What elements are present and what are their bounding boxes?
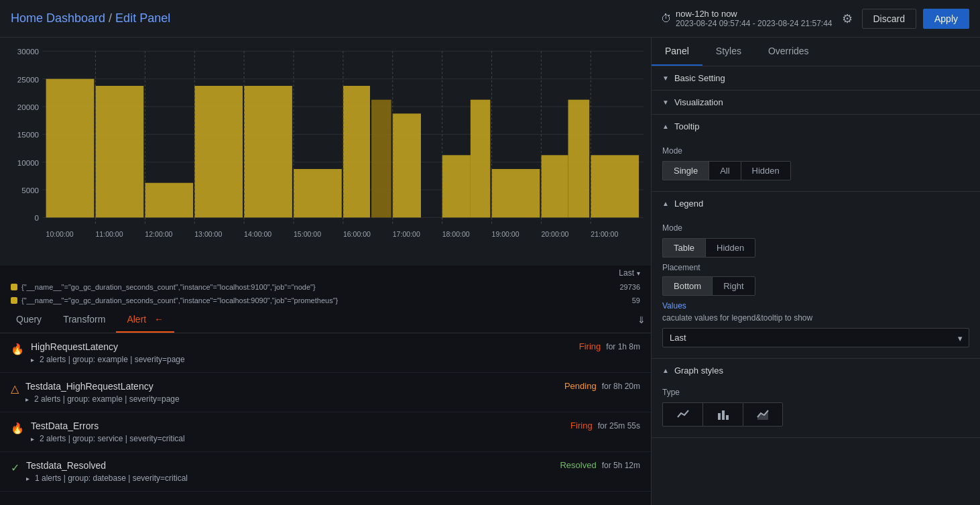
graph-type-line[interactable] [662,402,702,427]
svg-rect-15 [95,86,143,217]
alert-name-2: Testdata_HighRequestLatency [25,381,564,392]
tab-query[interactable]: Query [5,307,52,333]
svg-rect-52 [718,413,721,420]
tab-alert[interactable]: Alert ← [116,307,174,333]
clock-icon: ⏱ [661,13,672,25]
series-label-2: {"__name__"="go_gc_duration_seconds_coun… [21,296,338,304]
graph-type-group [662,402,969,427]
legend-placement-right[interactable]: Right [712,276,755,296]
svg-rect-54 [726,415,729,420]
status-badge-1: Firing [579,341,601,351]
legend-header-btn[interactable]: ▲ Legend [652,192,980,215]
svg-text:0: 0 [35,215,39,223]
firing-icon-3: 🔥 [11,422,24,435]
tooltip-mode-single[interactable]: Single [662,161,709,180]
graph-styles-content: Type [652,382,980,437]
svg-text:25000: 25000 [17,76,39,84]
svg-text:10:00:00: 10:00:00 [46,231,74,238]
bottom-tabs-bar: Query Transform Alert ← ⇓ [0,307,651,333]
legend-values-select[interactable]: Last Min Max Mean Sum [662,328,969,347]
legend-header: Last ▾ [0,266,651,280]
alert-details-1: ▸ 2 alerts | group: example | severity=p… [31,355,579,364]
legend-values-desc: caculate values for legend&tooltip to sh… [662,313,969,323]
svg-rect-19 [294,169,342,217]
time-range-section: ⏱ now-12h to now 2023-08-24 09:57:44 - 2… [661,9,969,29]
svg-rect-18 [244,86,292,217]
pending-icon-2: △ [11,382,19,395]
svg-rect-16 [145,183,193,218]
alert-name-3: TestData_Errors [31,420,570,431]
tooltip-mode-label: Mode [662,146,969,156]
apply-button[interactable]: Apply [923,9,969,29]
page-title: Home Dashboard / Edit Panel [11,11,170,25]
sort-icon[interactable]: ⇓ [637,315,646,325]
status-badge-4: Resolved [560,460,596,470]
svg-text:21:00:00: 21:00:00 [591,231,618,238]
series-left-1: {"__name__"="go_gc_duration_seconds_coun… [11,283,316,291]
svg-rect-21 [371,100,391,218]
alert-details-3: ▸ 2 alerts | group: service | severity=c… [31,434,570,443]
status-badge-2: Pending [564,381,597,391]
tab-panel[interactable]: Panel [652,38,702,66]
svg-text:20:00:00: 20:00:00 [541,231,568,238]
discard-button[interactable]: Discard [862,9,916,29]
tab-overrides[interactable]: Overrides [755,38,822,66]
arrow-icon: ← [154,314,164,325]
svg-rect-24 [471,100,491,218]
basic-setting-title: Basic Setting [674,73,725,83]
chevron-up-icon-legend: ▲ [662,200,669,207]
visualization-header[interactable]: ▼ Visualization [652,91,980,114]
breadcrumb: Home Dashboard / Edit Panel [11,11,170,25]
legend-section: ▲ Legend Mode Table Hidden Placement Bot… [652,192,980,359]
settings-button[interactable]: ⚙ [839,9,855,29]
svg-text:17:00:00: 17:00:00 [393,231,420,238]
legend-placement-group: Bottom Right [662,276,969,296]
tab-styles[interactable]: Styles [702,38,755,66]
series-row-2: {"__name__"="go_gc_duration_seconds_coun… [0,294,651,307]
svg-rect-14 [46,79,95,218]
area-chart-icon [756,408,770,421]
alert-name-1: HighRequestLatency [31,341,579,352]
tab-transform[interactable]: Transform [52,307,116,333]
svg-rect-20 [343,86,370,217]
graph-type-bar[interactable] [702,402,743,427]
edit-panel-title: Edit Panel [115,11,170,25]
svg-text:11:00:00: 11:00:00 [95,231,123,238]
tooltip-mode-hidden[interactable]: Hidden [741,161,791,180]
expand-icon-3[interactable]: ▸ [31,435,34,443]
svg-rect-28 [591,155,639,217]
graph-type-label: Type [662,388,969,397]
expand-icon-2[interactable]: ▸ [25,396,29,403]
alert-item-3: 🔥 TestData_Errors ▸ 2 alerts | group: se… [0,412,651,452]
home-dashboard-title: Home Dashboard [11,11,105,25]
svg-text:16:00:00: 16:00:00 [343,231,371,238]
legend-placement-bottom[interactable]: Bottom [662,276,712,296]
main-layout: 30000 25000 20000 15000 10000 5000 0 [0,38,980,505]
bar-chart-icon [717,408,730,421]
chevron-down-icon: ▾ [637,270,640,277]
legend-mode-hidden[interactable]: Hidden [705,238,755,258]
tooltip-mode-all[interactable]: All [709,161,740,180]
expand-icon-1[interactable]: ▸ [31,356,34,363]
tooltip-header[interactable]: ▲ Tooltip [652,115,980,138]
svg-text:10000: 10000 [17,159,39,167]
chart-area: 30000 25000 20000 15000 10000 5000 0 [0,38,651,266]
svg-text:19:00:00: 19:00:00 [492,231,519,238]
alert-name-4: Testdata_Resolved [26,460,560,471]
graph-styles-header[interactable]: ▲ Graph styles [652,359,980,382]
series-left-2: {"__name__"="go_gc_duration_seconds_coun… [11,296,338,304]
status-duration-1: for 1h 8m [606,342,640,351]
svg-text:15000: 15000 [17,131,39,139]
firing-icon-1: 🔥 [11,343,24,355]
series-label-1: {"__name__"="go_gc_duration_seconds_coun… [21,283,316,291]
right-panel: Panel Styles Overrides ▼ Basic Setting ▼… [652,38,980,505]
svg-text:12:00:00: 12:00:00 [145,231,172,238]
expand-icon-4[interactable]: ▸ [26,475,29,482]
status-badge-3: Firing [570,420,593,431]
basic-setting-header[interactable]: ▼ Basic Setting [652,66,980,90]
graph-type-area[interactable] [743,402,783,427]
graph-styles-section: ▲ Graph styles Type [652,359,980,438]
alert-item-2: △ Testdata_HighRequestLatency ▸ 2 alerts… [0,373,651,412]
svg-rect-26 [541,155,568,217]
legend-mode-table[interactable]: Table [662,238,705,258]
